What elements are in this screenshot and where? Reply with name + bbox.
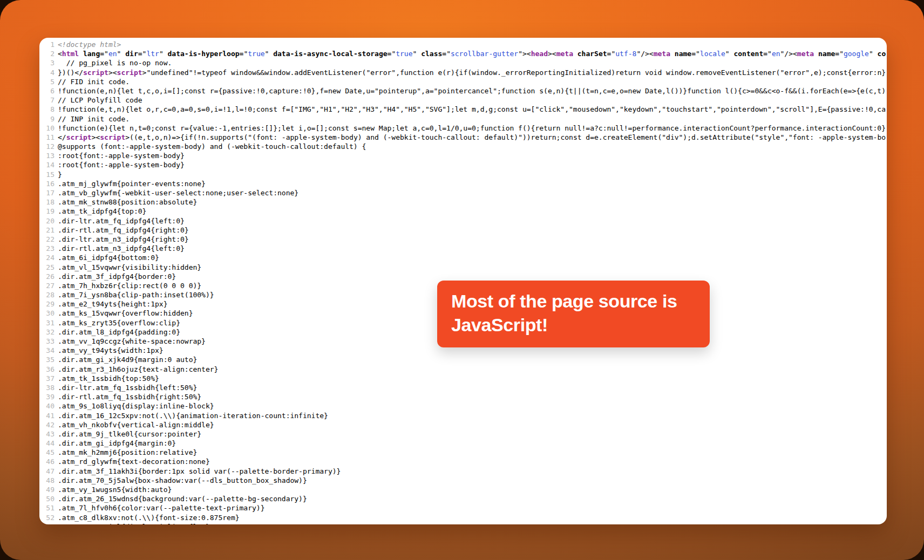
code-line: 9// INP init code. (40, 114, 887, 124)
code-text: .dir-rtl.atm_fq_idpfg4{right:0} (58, 226, 189, 234)
code-line: 7// LCP Polyfill code (40, 95, 887, 105)
code-segment: co (878, 50, 886, 58)
code-segment: scrollbar-gutter (451, 50, 518, 58)
code-segment: .dir-rtl.atm_fq_idpfg4{right:0} (58, 226, 189, 234)
code-segment: // pg_pixel is no-op now. (58, 59, 172, 67)
code-segment: < (58, 50, 62, 58)
code-text: @supports (font:-apple-system-body) and … (58, 142, 366, 151)
code-text: .dir.atm_r3_1h6ojuz{text-align:center} (58, 365, 218, 373)
code-line: 15} (40, 170, 887, 179)
orange-background: 1<!doctype html>2<html lang="en" dir="lt… (0, 0, 924, 560)
code-line: 5// FID init code. (40, 77, 887, 86)
line-number: 4 (40, 68, 55, 77)
code-segment: .dir.atm_9j_tlke0l{cursor:pointer} (58, 430, 201, 438)
line-number: 23 (40, 244, 55, 253)
code-segment: "/>< (636, 50, 653, 58)
code-segment: meta (797, 50, 814, 58)
code-text: .atm_mj_glywfm{pointer-events:none} (58, 180, 206, 188)
code-line: 8!function(e,t,n){let o,r,c=0,a=0,s=0,i=… (40, 105, 887, 114)
code-text: .atm_ks_15vqwwr{overflow:hidden} (58, 309, 193, 317)
line-number: 18 (40, 197, 55, 207)
code-text: .atm_mk_stnw88{position:absolute} (58, 198, 197, 206)
code-text: // FID init code. (58, 78, 130, 86)
code-segment: :root{font:-apple-system-body} (58, 152, 185, 160)
code-segment: // FID init code. (58, 78, 130, 86)
code-segment: html (62, 50, 79, 58)
code-segment: google (844, 50, 869, 58)
code-segment: .atm_e2_t94yts{height:1px} (58, 300, 168, 308)
code-text: .dir.atm_16_12c5xpv:not(.\\){animation-i… (58, 412, 328, 420)
code-line: 17.atm_vb_glywfm{-webkit-user-select:non… (40, 188, 887, 197)
line-number: 24 (40, 253, 55, 262)
code-line: 12@supports (font:-apple-system-body) an… (40, 142, 887, 151)
code-text: .dir-rtl.atm_n3_idpfg4{left:0} (58, 244, 185, 252)
code-segment: .dir-ltr.atm_n3_idpfg4{right:0} (58, 235, 189, 243)
line-number: 29 (40, 299, 55, 309)
code-text: .dir-rtl.atm_fq_1ssbidh{right:50%} (58, 393, 201, 401)
line-number: 34 (40, 346, 55, 355)
code-line: 48.dir.atm_70_5j5alw{box-shadow:var(--dl… (40, 476, 887, 485)
line-number: 10 (40, 124, 55, 133)
code-line: 42.atm_vh_nkobfv{vertical-align:middle} (40, 420, 887, 429)
code-segment: content= (730, 50, 767, 58)
code-line: 45.atm_mk_h2mmj6{position:relative} (40, 448, 887, 457)
code-segment: .atm_7i_ysn8ba{clip-path:inset(100%)} (58, 291, 214, 299)
code-segment: charSet= (573, 50, 611, 58)
code-text: .atm_tk_1ssbidh{top:50%} (58, 374, 159, 383)
line-number: 42 (40, 420, 55, 429)
code-line: 20.dir-ltr.atm_fq_idpfg4{left:0} (40, 216, 887, 226)
code-segment: </ (58, 133, 66, 141)
code-segment: >< (92, 133, 100, 141)
code-text: // LCP Polyfill code (58, 96, 142, 104)
line-number: 9 (40, 114, 55, 124)
code-line: 16.atm_mj_glywfm{pointer-events:none} (40, 179, 887, 188)
code-segment: "/>< (780, 50, 797, 58)
code-segment: ">< (518, 50, 531, 58)
code-text: // INP init code. (58, 115, 130, 123)
code-segment: " (725, 50, 730, 58)
code-segment: .dir-ltr.atm_fq_1ssbidh{left:50%} (58, 384, 197, 392)
code-segment: // INP init code. (58, 115, 130, 123)
code-text: </script><script>((e,t,o,n)=>{if(!n.supp… (58, 133, 886, 141)
code-line: 14:root{font:-apple-system-body} (40, 160, 887, 169)
code-segment: script (83, 69, 108, 77)
code-text: .dir.atm_gi_idpfg4{margin:0} (58, 439, 176, 447)
line-number: 15 (40, 170, 55, 179)
code-text: .dir.atm_3f_11akh3i{border:1px solid var… (58, 467, 341, 475)
code-segment: .atm_9s_1o8liyq{display:inline-block} (58, 402, 214, 410)
code-segment: " (696, 50, 700, 58)
line-number: 36 (40, 365, 55, 374)
code-segment: script (66, 133, 92, 141)
code-segment: locale (700, 50, 725, 58)
code-segment: .dir.atm_gi_idpfg4{margin:0} (58, 439, 176, 447)
code-segment: class= (417, 50, 446, 58)
code-segment: .dir.atm_26_15wdnsd{background:var(--pal… (58, 495, 307, 503)
line-number: 51 (40, 503, 55, 513)
code-segment: .atm_vb_glywfm{-webkit-user-select:none;… (58, 189, 298, 197)
code-line: 49.atm_vy_1wugsn5{width:auto} (40, 485, 887, 494)
line-number: 5 (40, 77, 55, 86)
code-text: })()</script><script>"undefined"!=typeof… (58, 69, 886, 77)
code-segment: " (104, 50, 108, 58)
line-number: 17 (40, 188, 55, 197)
code-text: !function(e){let n,t=0;const r={value:-1… (58, 124, 886, 132)
line-number: 35 (40, 355, 55, 364)
line-number: 28 (40, 290, 55, 299)
code-line: 6!function(e,n){let t,c,o,i=[];const r={… (40, 86, 887, 95)
code-text: .atm_c8_dlk8xv:not(.\\){font-size:0.875r… (58, 514, 240, 522)
code-line: 19.atm_tk_idpfg4{top:0} (40, 207, 887, 216)
code-segment: .atm_vh_nkobfv{vertical-align:middle} (58, 421, 214, 429)
code-text: .atm_7i_ysn8ba{clip-path:inset(100%)} (58, 291, 214, 299)
code-text: .atm_rd_glywfm{text-decoration:none} (58, 457, 210, 466)
line-number: 50 (40, 494, 55, 503)
code-segment: >< (548, 50, 556, 58)
code-segment: script (100, 133, 125, 141)
line-number: 27 (40, 281, 55, 290)
code-line: 13:root{font:-apple-system-body} (40, 151, 887, 160)
code-text: .atm_vy_1wugsn5{width:auto} (58, 486, 172, 494)
code-line: 23.dir-rtl.atm_n3_idpfg4{left:0} (40, 244, 887, 253)
code-text: .atm_e2_t94yts{height:1px} (58, 300, 168, 308)
code-segment: .atm_9s_1txwivl{display:inline-flex} (58, 523, 210, 524)
code-segment: .dir.atm_16_12c5xpv:not(.\\){animation-i… (58, 412, 328, 420)
code-segment: .atm_vy_1wugsn5{width:auto} (58, 486, 172, 494)
